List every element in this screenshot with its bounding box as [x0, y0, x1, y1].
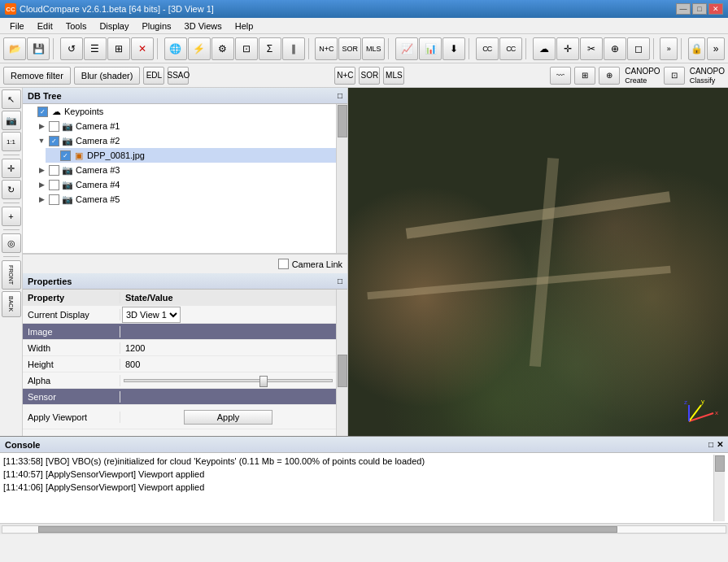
props-scroll-thumb[interactable]: [338, 355, 347, 387]
filter2-button[interactable]: SOR: [338, 37, 361, 60]
ssao-button[interactable]: SSAO: [168, 67, 189, 85]
filter3-button[interactable]: MLS: [362, 37, 385, 60]
graph2-button[interactable]: 📊: [419, 37, 442, 60]
box-button[interactable]: ◻: [627, 37, 650, 60]
circle-tool[interactable]: ◎: [2, 233, 21, 253]
pan-tool[interactable]: ✛: [2, 159, 21, 178]
toolbar-separator-6: [525, 38, 530, 59]
scatter-button[interactable]: ⊡: [235, 37, 258, 60]
graph-button[interactable]: 📈: [395, 37, 418, 60]
tree-toggle-camera4[interactable]: ▶: [36, 179, 47, 190]
grid-button[interactable]: ⊞: [107, 37, 130, 60]
tree-scroll-thumb[interactable]: [338, 105, 347, 137]
menu-help[interactable]: Help: [229, 20, 260, 33]
shield-button[interactable]: 🔒: [688, 37, 706, 60]
cc2-button[interactable]: CC: [499, 37, 522, 60]
tree-cb-camera3[interactable]: [49, 165, 59, 176]
console-hscroll-thumb[interactable]: [38, 526, 617, 533]
sum-button[interactable]: Σ: [259, 37, 281, 60]
list-button[interactable]: ☰: [84, 37, 107, 60]
settings-button[interactable]: ⚙: [211, 37, 234, 60]
more-button[interactable]: »: [660, 37, 678, 60]
nc-button[interactable]: N+C: [334, 67, 355, 85]
alpha-slider-track[interactable]: [124, 379, 333, 382]
minimize-button[interactable]: —: [676, 3, 691, 15]
tree-cb-camera2[interactable]: ✓: [49, 136, 59, 146]
classify2-icon[interactable]: ⊡: [664, 67, 685, 85]
remove-filter-button[interactable]: Remove filter: [3, 67, 71, 85]
close-button[interactable]: ✕: [708, 3, 723, 15]
sor-button[interactable]: SOR: [359, 67, 380, 85]
camera-link-checkbox[interactable]: [278, 259, 289, 269]
tree-scrollbar[interactable]: [336, 104, 347, 253]
tree-toggle-camera3[interactable]: ▶: [36, 164, 47, 176]
console-hscrollbar[interactable]: [0, 523, 728, 534]
mls-button[interactable]: MLS: [383, 67, 404, 85]
maximize-button[interactable]: □: [692, 3, 707, 15]
tree-item-dpp0081[interactable]: ✓ ▣ DPP_0081.jpg: [46, 148, 336, 163]
tree-item-camera5[interactable]: ▶ 📷 Camera #5: [34, 192, 336, 207]
tree-cb-camera4[interactable]: [49, 180, 59, 190]
rotate-tool[interactable]: ↻: [2, 180, 21, 199]
db-tree-expand[interactable]: □: [338, 91, 342, 100]
cc-button[interactable]: CC: [476, 37, 499, 60]
menu-file[interactable]: File: [3, 20, 31, 33]
create-icon[interactable]: ⊕: [599, 67, 620, 85]
console-minimize-button[interactable]: □: [708, 440, 713, 449]
zoom-in-tool[interactable]: +: [2, 207, 21, 226]
save-button[interactable]: 💾: [27, 37, 50, 60]
blur-shader-button[interactable]: Blur (shader): [74, 67, 141, 85]
console-hscroll-track[interactable]: [2, 525, 726, 534]
3d-view[interactable]: x y z: [348, 88, 728, 436]
camera-tool[interactable]: 📷: [2, 111, 21, 130]
console-scrollbar[interactable]: [713, 455, 725, 521]
rotate-view-button[interactable]: ↺: [60, 37, 83, 60]
menu-tools[interactable]: Tools: [59, 20, 94, 33]
delete-button[interactable]: ✕: [131, 37, 154, 60]
extra-button[interactable]: »: [707, 37, 725, 60]
menu-edit[interactable]: Edit: [31, 20, 59, 33]
segment-icon[interactable]: 〰: [550, 67, 571, 85]
tree-cb-camera1[interactable]: [49, 121, 59, 132]
props-section-sensor-value: [120, 396, 336, 398]
menu-3dviews[interactable]: 3D Views: [178, 20, 229, 33]
tree-item-camera1[interactable]: ▶ 📷 Camera #1: [34, 119, 336, 133]
cloud-button[interactable]: ☁: [533, 37, 556, 60]
console-scroll-thumb[interactable]: [715, 455, 725, 472]
parallel-button[interactable]: ∥: [282, 37, 305, 60]
classify-icon[interactable]: ⊞: [574, 67, 595, 85]
current-display-select[interactable]: 3D View 1: [122, 307, 181, 323]
open-button[interactable]: 📂: [3, 37, 26, 60]
lightning-button[interactable]: ⚡: [188, 37, 211, 60]
tree-toggle-camera2[interactable]: ▼: [36, 135, 47, 146]
edl-button[interactable]: EDL: [143, 67, 164, 85]
console-close-button[interactable]: ✕: [717, 440, 723, 449]
globe-button[interactable]: 🌐: [164, 37, 187, 60]
tree-toggle-camera5[interactable]: ▶: [36, 194, 47, 205]
tree-item-camera3[interactable]: ▶ 📷 Camera #3: [34, 163, 336, 177]
menu-display[interactable]: Display: [93, 20, 135, 33]
tree-toggle-camera1[interactable]: ▶: [36, 120, 47, 132]
properties-scrollbar[interactable]: [336, 290, 347, 436]
tree-item-camera2[interactable]: ▼ ✓ 📷 Camera #2: [34, 133, 336, 148]
tree-toggle-keypoints[interactable]: [24, 106, 36, 117]
back-view-button[interactable]: BACK: [2, 291, 21, 317]
import-button[interactable]: ⬇: [442, 37, 465, 60]
cursor-tool[interactable]: ↖: [2, 89, 21, 109]
tree-item-keypoints[interactable]: ✓ ☁ Keypoints: [23, 104, 336, 119]
scissors-button[interactable]: ✂: [580, 37, 603, 60]
move-button[interactable]: ✛: [556, 37, 579, 60]
zoom-1to1-tool[interactable]: 1:1: [2, 132, 21, 151]
properties-expand[interactable]: □: [338, 277, 342, 285]
tree-cb-dpp[interactable]: ✓: [60, 150, 71, 161]
apply-button[interactable]: Apply: [184, 410, 273, 425]
front-view-button[interactable]: FRONT: [2, 260, 21, 290]
alpha-slider-thumb[interactable]: [259, 376, 268, 387]
menu-plugins[interactable]: Plugins: [135, 20, 177, 33]
tree-item-camera4[interactable]: ▶ 📷 Camera #4: [34, 177, 336, 192]
filter1-button[interactable]: N+C: [315, 37, 338, 60]
crosshair-button[interactable]: ⊕: [604, 37, 626, 60]
tree-cb-camera5[interactable]: [49, 194, 59, 205]
tree-cb-keypoints[interactable]: ✓: [37, 107, 48, 117]
title-bar-buttons[interactable]: — □ ✕: [676, 3, 723, 15]
